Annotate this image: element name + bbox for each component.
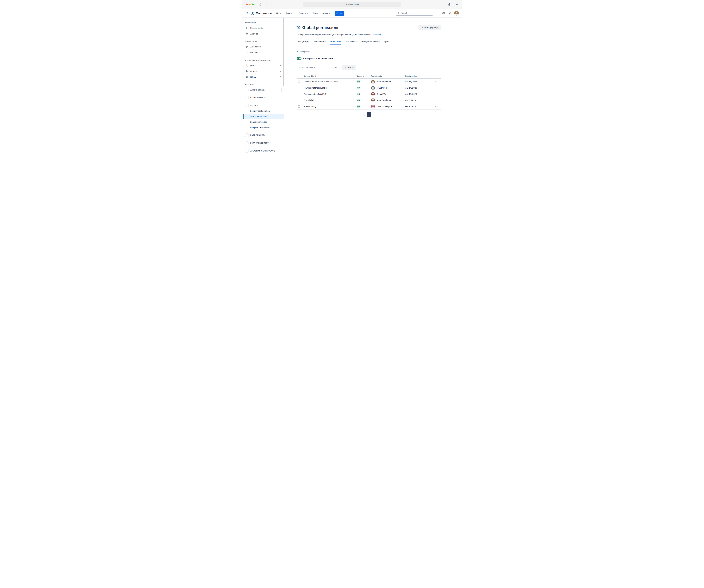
- col-header-date-turned-on[interactable]: Date turned on: [405, 75, 432, 77]
- tab-guest-access[interactable]: Guest access: [312, 41, 326, 45]
- content-search-input[interactable]: [298, 66, 335, 69]
- manage-groups-button[interactable]: Manage groups: [418, 25, 441, 30]
- collapse-button[interactable]: [245, 104, 249, 107]
- col-header-status[interactable]: Status: [357, 75, 371, 77]
- expand-button[interactable]: [245, 96, 249, 99]
- learn-more-link[interactable]: Learn more: [372, 34, 382, 36]
- sidebar-item-billing[interactable]: Billing: [242, 74, 284, 80]
- tab-anonymous-access[interactable]: Anonymous access: [361, 41, 380, 45]
- content-title[interactable]: Release notes - week of Mar 14, 2023: [304, 80, 357, 83]
- row-actions-button[interactable]: [434, 92, 438, 96]
- sort-ascending-icon: [418, 75, 420, 77]
- window-controls: [246, 4, 254, 5]
- global-search-input[interactable]: [401, 12, 431, 14]
- pagination-prev-button[interactable]: [363, 113, 365, 116]
- sidebar-item-groups[interactable]: Groups: [242, 68, 284, 74]
- nav-spaces[interactable]: Spaces: [299, 12, 309, 14]
- page-title: Global permissions: [302, 25, 340, 30]
- section-look-and-feel[interactable]: LOOK AND FEEL: [242, 132, 284, 138]
- global-search[interactable]: [396, 11, 433, 16]
- sidebar-item-automation[interactable]: Automation: [242, 44, 284, 50]
- zoom-window-button[interactable]: [252, 4, 254, 5]
- sidebar-item-security-configuration[interactable]: Security configuration: [242, 108, 284, 114]
- new-tab-button[interactable]: [455, 3, 458, 6]
- content-title[interactable]: Brainstorming: [304, 105, 357, 108]
- section-atlassian-marketplace[interactable]: ATLASSIAN MARKETPLACE: [242, 148, 284, 154]
- close-window-button[interactable]: [246, 4, 248, 5]
- notifications-flag-button[interactable]: [436, 12, 439, 15]
- sidebar-item-space-permissions[interactable]: Space permissions: [242, 119, 284, 125]
- confluence-logo-icon: [251, 11, 254, 15]
- avatar: [371, 86, 375, 90]
- confluence-brand[interactable]: Confluence: [251, 11, 272, 15]
- user-name: Zlatica Chalupka: [376, 105, 392, 108]
- search-icon: [335, 66, 337, 69]
- row-checkbox[interactable]: [298, 80, 300, 83]
- url-bar[interactable]: atlassian.net: [303, 2, 401, 7]
- section-configuration[interactable]: CONFIGURATION: [242, 95, 284, 100]
- expand-button[interactable]: [245, 133, 249, 137]
- browser-chrome: atlassian.net: [242, 0, 462, 9]
- browser-back-button[interactable]: [259, 3, 261, 6]
- row-actions-button[interactable]: [434, 86, 438, 90]
- col-header-turned-on-by[interactable]: Turned on by: [371, 75, 405, 77]
- profile-avatar[interactable]: [454, 11, 459, 15]
- sidebar-item-global-permissions[interactable]: Global permissions: [243, 114, 284, 119]
- create-button[interactable]: Create: [335, 11, 345, 16]
- nav-people[interactable]: People: [313, 12, 319, 14]
- app-switcher-button[interactable]: [245, 12, 248, 15]
- toggle-knob: [299, 57, 301, 59]
- user-name: Fran Perez: [376, 87, 387, 89]
- content-search[interactable]: [297, 65, 339, 70]
- content-title[interactable]: Training materials (Slack): [304, 87, 357, 89]
- reload-icon[interactable]: [397, 3, 400, 5]
- select-all-checkbox[interactable]: [298, 75, 300, 77]
- public-links-table: Content title Status Turned on by Date t…: [297, 74, 441, 110]
- content-title[interactable]: Team building: [304, 99, 357, 101]
- tab-apps[interactable]: Apps: [384, 41, 389, 45]
- col-header-content-title[interactable]: Content title: [304, 75, 357, 77]
- row-checkbox[interactable]: [298, 93, 300, 95]
- table-row: Team building ON Amar Sundaram Mar 8, 20…: [297, 97, 441, 103]
- minimize-window-button[interactable]: [249, 4, 251, 5]
- browser-forward-button[interactable]: [265, 3, 268, 6]
- tab-jsm-access[interactable]: JSM access: [345, 41, 357, 45]
- main-content: Global permissions Manage groups Manage …: [284, 18, 462, 159]
- row-actions-button[interactable]: [434, 105, 438, 108]
- nav-home[interactable]: Home: [276, 12, 282, 14]
- sidebar-item-analytics-permissions[interactable]: Analytics permissions: [242, 125, 284, 130]
- sidebar-item-users[interactable]: Users: [242, 62, 284, 68]
- row-actions-button[interactable]: [434, 99, 438, 102]
- sidebar-item-banners[interactable]: Banners: [242, 50, 284, 55]
- settings-button[interactable]: [448, 12, 451, 15]
- settings-search[interactable]: [245, 87, 282, 93]
- allow-public-links-toggle[interactable]: [297, 57, 301, 60]
- row-checkbox[interactable]: [298, 99, 300, 101]
- sidebar-item-mission-control[interactable]: Mission control: [242, 25, 284, 31]
- row-checkbox[interactable]: [298, 87, 300, 89]
- pagination-next-button[interactable]: [372, 113, 375, 116]
- help-button[interactable]: [442, 12, 445, 15]
- nav-apps[interactable]: Apps: [323, 12, 331, 14]
- row-checkbox[interactable]: [298, 105, 300, 108]
- tab-user-groups[interactable]: User groups: [297, 41, 309, 45]
- content-title[interactable]: Training materials (VPN): [304, 93, 357, 95]
- expand-button[interactable]: [245, 149, 249, 153]
- settings-search-input[interactable]: [250, 89, 280, 91]
- nav-recent[interactable]: Recent: [286, 12, 295, 14]
- back-link-all-spaces[interactable]: All spaces: [297, 50, 310, 53]
- avatar: [371, 92, 375, 96]
- pagination-current-page[interactable]: 1: [367, 112, 371, 117]
- share-button[interactable]: [448, 3, 451, 6]
- sidebar-item-audit-log[interactable]: Audit log: [242, 31, 284, 37]
- sidebar-scrollbar[interactable]: [283, 18, 284, 86]
- filters-button[interactable]: Filters: [342, 65, 356, 70]
- sort-icon: [314, 75, 316, 77]
- status-badge: ON: [357, 99, 360, 101]
- tab-public-links[interactable]: Public links: [330, 41, 341, 45]
- gear-icon: [448, 12, 451, 15]
- section-data-management[interactable]: DATA MANAGEMENT: [242, 140, 284, 146]
- section-security[interactable]: SECURITY: [242, 103, 284, 108]
- expand-button[interactable]: [245, 141, 249, 145]
- row-actions-button[interactable]: [434, 80, 438, 83]
